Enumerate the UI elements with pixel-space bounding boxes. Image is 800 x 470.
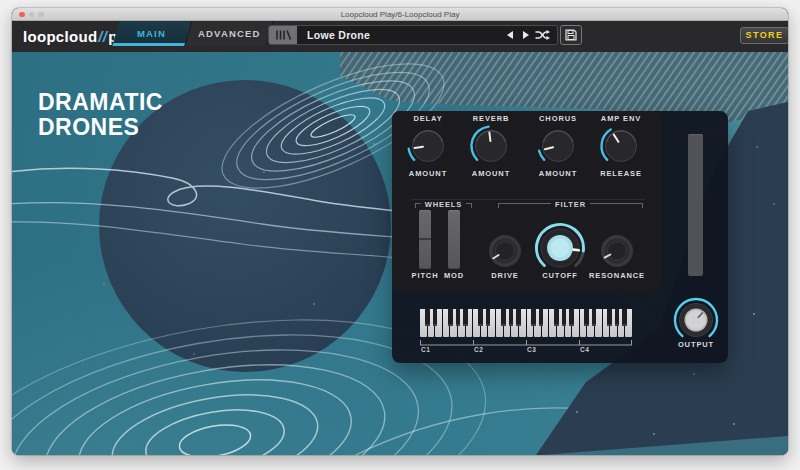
black-key[interactable] — [516, 309, 521, 326]
chorus-title: CHORUS — [539, 114, 577, 123]
preset-name[interactable]: Lowe Drone — [307, 26, 370, 44]
next-preset-button[interactable] — [523, 31, 529, 39]
wheels-section-header: WHEELS — [415, 201, 472, 209]
save-preset-button[interactable] — [560, 25, 582, 45]
shuffle-icon[interactable] — [535, 30, 550, 40]
black-key[interactable] — [509, 309, 514, 326]
black-key[interactable] — [478, 309, 483, 326]
reverb-amount-knob[interactable] — [468, 123, 514, 169]
octave-bracket — [420, 339, 632, 347]
logo-slashes: // — [97, 28, 108, 45]
tab-main[interactable]: MAIN — [112, 21, 191, 46]
plugin-main-area: DRAMATIC DRONES DELAY AMOUNT REVERB — [12, 52, 788, 455]
amp-env-param-label: RELEASE — [600, 169, 642, 178]
octave-label: C3 — [527, 346, 536, 353]
octave-label: C2 — [474, 346, 483, 353]
resonance-knob[interactable] — [597, 231, 637, 271]
store-button-label: STORE — [746, 30, 784, 40]
pitch-wheel[interactable] — [419, 210, 431, 269]
tab-advanced[interactable]: ADVANCED — [184, 21, 273, 46]
black-key[interactable] — [554, 309, 559, 326]
tab-main-label: MAIN — [137, 28, 166, 39]
black-key[interactable] — [592, 309, 597, 326]
black-key[interactable] — [425, 309, 430, 326]
delay-knob-cell: DELAY AMOUNT — [396, 114, 460, 178]
chorus-param-label: AMOUNT — [539, 169, 577, 178]
reverb-title: REVERB — [473, 114, 510, 123]
black-key[interactable] — [448, 309, 453, 326]
black-key[interactable] — [584, 309, 589, 326]
output-level-meter — [688, 134, 703, 276]
synth-panel: DELAY AMOUNT REVERB AMOUNT CHORUS — [392, 111, 728, 363]
delay-param-label: AMOUNT — [409, 169, 447, 178]
plugin-header: loopcloud//play MAIN ADVANCED Lo — [12, 21, 788, 52]
black-key[interactable] — [501, 309, 506, 326]
logo-word: loopcloud — [23, 28, 97, 45]
delay-title: DELAY — [413, 114, 442, 123]
octave-label: C1 — [421, 346, 430, 353]
browse-presets-icon — [272, 29, 294, 41]
previous-preset-button[interactable] — [507, 31, 513, 39]
pack-title-line1: DRAMATIC — [38, 90, 163, 115]
preset-browser-button[interactable] — [269, 26, 297, 44]
black-key[interactable] — [569, 309, 574, 326]
pitch-wheel-notch — [419, 238, 431, 240]
save-floppy-icon — [565, 29, 577, 41]
filter-section-header: FILTER — [498, 201, 643, 209]
black-key[interactable] — [486, 309, 491, 326]
cutoff-knob[interactable] — [532, 220, 588, 276]
macos-titlebar: Loopcloud Play/6-Loopcloud Play — [12, 8, 788, 21]
wheels-section-label: WHEELS — [421, 201, 466, 209]
mod-label: MOD — [434, 271, 474, 280]
black-key[interactable] — [615, 309, 620, 326]
screenshot: Loopcloud Play/6-Loopcloud Play loopclou… — [0, 0, 800, 470]
amp-env-release-knob[interactable] — [598, 123, 644, 169]
output-knob[interactable] — [670, 294, 722, 346]
store-button[interactable]: STORE — [740, 27, 788, 44]
chorus-amount-knob[interactable] — [535, 123, 581, 169]
preset-bar[interactable]: Lowe Drone — [268, 25, 558, 45]
app-window: Loopcloud Play/6-Loopcloud Play loopclou… — [12, 8, 788, 455]
black-key[interactable] — [607, 309, 612, 326]
preset-pack-title: DRAMATIC DRONES — [38, 90, 163, 140]
reverb-param-label: AMOUNT — [472, 169, 510, 178]
octave-ticks — [421, 340, 632, 345]
window-title: Loopcloud Play/6-Loopcloud Play — [12, 8, 788, 21]
black-key[interactable] — [433, 309, 438, 326]
chorus-knob-cell: CHORUS AMOUNT — [526, 114, 590, 178]
tab-advanced-label: ADVANCED — [198, 28, 261, 39]
black-key[interactable] — [562, 309, 567, 326]
pack-title-line2: DRONES — [38, 115, 163, 140]
amp-env-knob-cell: AMP ENV RELEASE — [589, 114, 653, 178]
resonance-label: RESONANCE — [577, 271, 657, 280]
black-key[interactable] — [463, 309, 468, 326]
reverb-knob-cell: REVERB AMOUNT — [459, 114, 523, 178]
black-key[interactable] — [531, 309, 536, 326]
black-key[interactable] — [539, 309, 544, 326]
delay-amount-knob[interactable] — [405, 123, 451, 169]
output-label: OUTPUT — [666, 340, 726, 349]
octave-label: C4 — [580, 346, 589, 353]
black-key[interactable] — [622, 309, 627, 326]
black-key[interactable] — [456, 309, 461, 326]
mod-wheel[interactable] — [448, 210, 460, 269]
active-tab-underline — [112, 43, 185, 46]
filter-section-label: FILTER — [551, 201, 590, 209]
drive-knob[interactable] — [485, 231, 525, 271]
amp-env-title: AMP ENV — [601, 114, 641, 123]
